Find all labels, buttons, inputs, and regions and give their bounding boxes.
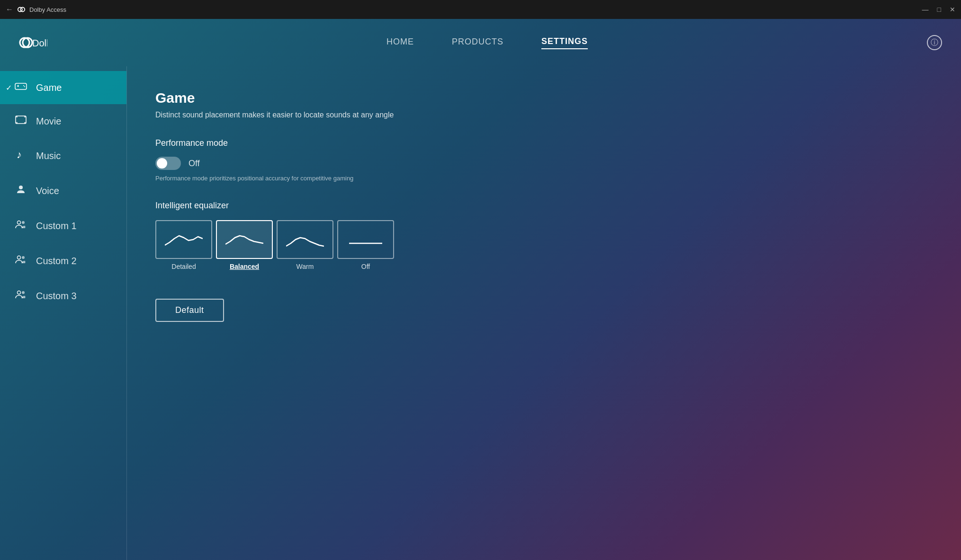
svg-rect-12 bbox=[24, 116, 26, 117]
sidebar-item-game[interactable]: ✓ Game bbox=[0, 71, 126, 104]
voice-icon bbox=[14, 184, 27, 198]
eq-balanced-label: Balanced bbox=[216, 263, 273, 270]
eq-detailed-curve-icon bbox=[165, 229, 203, 250]
eq-cards: Detailed Balanced bbox=[155, 220, 933, 270]
performance-mode-note: Performance mode prioritizes positional … bbox=[155, 175, 933, 182]
sidebar-custom3-label: Custom 3 bbox=[36, 291, 77, 302]
svg-point-17 bbox=[18, 221, 21, 224]
music-icon: ♪ bbox=[14, 149, 27, 163]
svg-rect-14 bbox=[24, 122, 26, 124]
eq-off-label: Off bbox=[337, 263, 394, 270]
svg-rect-13 bbox=[16, 122, 18, 124]
titlebar-controls: — □ ✕ bbox=[922, 6, 955, 13]
sidebar-item-voice[interactable]: Voice bbox=[0, 173, 126, 208]
custom1-icon bbox=[14, 219, 27, 233]
eq-detailed-label: Detailed bbox=[155, 263, 212, 270]
nav-settings[interactable]: SETTINGS bbox=[541, 36, 588, 49]
sidebar-game-label: Game bbox=[36, 82, 62, 93]
custom3-icon bbox=[14, 289, 27, 303]
svg-rect-11 bbox=[16, 116, 18, 117]
eq-warm-label: Warm bbox=[277, 263, 333, 270]
game-icon bbox=[14, 81, 27, 94]
svg-point-8 bbox=[23, 85, 24, 86]
main-content: ✓ Game bbox=[0, 66, 961, 560]
eq-label: Intelligent equalizer bbox=[155, 201, 933, 211]
svg-rect-7 bbox=[18, 85, 19, 87]
svg-point-21 bbox=[18, 291, 21, 294]
sidebar-custom1-label: Custom 1 bbox=[36, 221, 77, 231]
titlebar: ← Dolby Access — □ ✕ bbox=[0, 0, 961, 19]
default-button[interactable]: Default bbox=[155, 299, 224, 322]
sidebar-item-music[interactable]: ♪ Music bbox=[0, 138, 126, 173]
toggle-knob bbox=[157, 158, 167, 169]
movie-icon bbox=[14, 115, 27, 128]
eq-card-off[interactable]: Off bbox=[337, 220, 394, 270]
dolby-logo: Dolby bbox=[19, 34, 47, 51]
nav-products[interactable]: PRODUCTS bbox=[452, 37, 503, 49]
svg-point-9 bbox=[24, 86, 25, 87]
sidebar-movie-label: Movie bbox=[36, 116, 61, 127]
sidebar: ✓ Game bbox=[0, 66, 127, 560]
titlebar-logo-icon bbox=[17, 5, 26, 14]
sidebar-item-custom1[interactable]: Custom 1 bbox=[0, 208, 126, 243]
titlebar-title: Dolby Access bbox=[29, 6, 66, 13]
eq-balanced-curve-icon bbox=[225, 229, 263, 250]
navbar-nav: HOME PRODUCTS SETTINGS bbox=[386, 36, 588, 49]
svg-text:♪: ♪ bbox=[17, 149, 22, 160]
sidebar-music-label: Music bbox=[36, 151, 61, 161]
svg-text:Dolby: Dolby bbox=[32, 38, 47, 48]
custom2-icon bbox=[14, 254, 27, 268]
page-title: Game bbox=[155, 90, 933, 106]
page-description: Distinct sound placement makes it easier… bbox=[155, 111, 933, 119]
eq-off-line-icon bbox=[347, 229, 385, 250]
minimize-button[interactable]: — bbox=[922, 6, 929, 13]
eq-warm-curve-icon bbox=[286, 229, 324, 250]
sidebar-item-custom2[interactable]: Custom 2 bbox=[0, 243, 126, 278]
sidebar-item-movie[interactable]: Movie bbox=[0, 104, 126, 138]
maximize-button[interactable]: □ bbox=[937, 6, 941, 13]
titlebar-left: ← Dolby Access bbox=[6, 5, 66, 14]
performance-mode-status: Off bbox=[189, 159, 200, 169]
performance-mode-toggle[interactable] bbox=[155, 157, 181, 170]
sidebar-voice-label: Voice bbox=[36, 186, 59, 196]
eq-card-detailed[interactable]: Detailed bbox=[155, 220, 212, 270]
info-button[interactable]: ⓘ bbox=[927, 35, 942, 50]
svg-point-22 bbox=[22, 291, 25, 294]
eq-card-warm[interactable]: Warm bbox=[277, 220, 333, 270]
eq-card-balanced[interactable]: Balanced bbox=[216, 220, 273, 270]
content-area: Game Distinct sound placement makes it e… bbox=[127, 66, 961, 560]
dolby-logo-icon: Dolby bbox=[19, 34, 47, 51]
svg-point-20 bbox=[22, 256, 25, 259]
back-button[interactable]: ← bbox=[6, 5, 13, 14]
performance-mode-label: Performance mode bbox=[155, 138, 933, 148]
app: Dolby HOME PRODUCTS SETTINGS ⓘ ✓ bbox=[0, 19, 961, 560]
sidebar-item-custom3[interactable]: Custom 3 bbox=[0, 278, 126, 313]
svg-point-1 bbox=[20, 8, 25, 12]
svg-point-16 bbox=[19, 186, 23, 189]
performance-mode-row: Off bbox=[155, 157, 933, 170]
navbar: Dolby HOME PRODUCTS SETTINGS ⓘ bbox=[0, 19, 961, 66]
checkmark-icon: ✓ bbox=[6, 83, 12, 92]
svg-point-18 bbox=[22, 221, 25, 224]
close-button[interactable]: ✕ bbox=[950, 6, 955, 13]
nav-home[interactable]: HOME bbox=[386, 37, 414, 49]
sidebar-custom2-label: Custom 2 bbox=[36, 256, 77, 267]
svg-point-19 bbox=[18, 256, 21, 259]
